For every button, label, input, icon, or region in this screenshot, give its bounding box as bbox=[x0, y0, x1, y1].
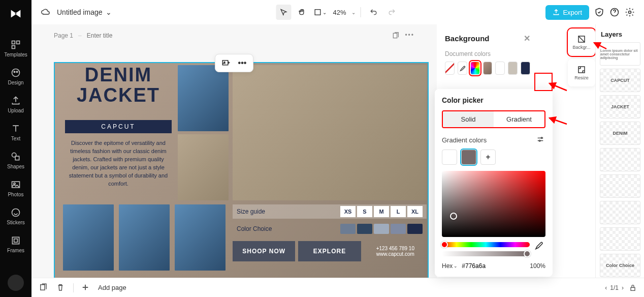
layer-item[interactable] bbox=[600, 174, 640, 198]
undo-button[interactable] bbox=[366, 5, 381, 20]
page-title-input[interactable] bbox=[87, 32, 163, 39]
color-swatch bbox=[391, 224, 406, 234]
svg-point-10 bbox=[12, 209, 20, 217]
hero-description: Discover the epitome of versatility and … bbox=[65, 139, 172, 188]
gradient-stop-1[interactable] bbox=[442, 150, 457, 165]
sidebar-label: Frames bbox=[7, 248, 24, 253]
cloud-icon[interactable] bbox=[41, 7, 51, 17]
color-row: Color Choice bbox=[233, 222, 427, 236]
layer-item[interactable] bbox=[600, 148, 640, 171]
layer-item[interactable]: JACKET bbox=[600, 95, 640, 118]
color-swatch-navy[interactable] bbox=[521, 62, 530, 75]
add-gradient-stop[interactable]: + bbox=[480, 150, 496, 165]
select-tool[interactable] bbox=[276, 5, 291, 20]
lock-icon[interactable] bbox=[629, 284, 637, 292]
pages-icon[interactable] bbox=[39, 283, 49, 293]
layer-item[interactable]: Lorem ipsum dolor sit amet consectetur a… bbox=[600, 42, 640, 66]
export-button[interactable]: Export bbox=[545, 5, 589, 20]
color-swatch-beige[interactable] bbox=[508, 62, 518, 75]
floating-toolbar: ••• bbox=[215, 54, 253, 72]
zoom-level[interactable]: 42% bbox=[331, 9, 348, 16]
tab-gradient[interactable]: Gradient bbox=[494, 111, 544, 127]
sliders-icon[interactable] bbox=[536, 135, 545, 144]
svg-point-15 bbox=[629, 11, 631, 14]
hue-thumb[interactable] bbox=[441, 241, 448, 248]
background-panel: Background ✕ Document colors bbox=[437, 26, 538, 81]
canvas-page[interactable]: DENIM JACKET CAPCUT Discover the epitome… bbox=[54, 62, 429, 278]
frame-tool[interactable]: ⌄ bbox=[312, 5, 328, 20]
panel-title: Background bbox=[445, 34, 490, 43]
duplicate-page-icon[interactable] bbox=[392, 32, 400, 40]
user-avatar[interactable] bbox=[8, 275, 24, 291]
hand-tool[interactable] bbox=[294, 5, 309, 20]
photo-main bbox=[233, 65, 427, 200]
right-tool-strip-2: Resize bbox=[568, 59, 595, 86]
opacity-value[interactable]: 100% bbox=[530, 262, 545, 270]
brand-badge: CAPCUT bbox=[65, 120, 172, 133]
more-icon[interactable]: ••• bbox=[405, 32, 414, 40]
shield-icon[interactable] bbox=[594, 7, 604, 17]
eyedropper-swatch[interactable] bbox=[458, 62, 467, 75]
layer-item[interactable] bbox=[600, 201, 640, 224]
layer-item[interactable] bbox=[600, 227, 640, 251]
contact-info: +123 456 789 10 www.capcut.com bbox=[364, 241, 427, 261]
gradient-colors-row: Gradient colors bbox=[442, 135, 545, 144]
sidebar-item-templates[interactable]: Templates bbox=[0, 35, 31, 63]
color-picker-swatch[interactable] bbox=[470, 62, 480, 75]
gradient-stop-2[interactable] bbox=[461, 150, 476, 165]
hue-slider[interactable] bbox=[442, 242, 530, 247]
hex-input[interactable] bbox=[462, 262, 497, 270]
document-title[interactable]: Untitled image⌄ bbox=[57, 8, 112, 16]
sidebar-label: Shapes bbox=[7, 164, 24, 169]
tab-solid[interactable]: Solid bbox=[443, 111, 494, 127]
sidebar-item-upload[interactable]: Upload bbox=[0, 91, 31, 118]
size-row: Size guide XS S M L XL bbox=[233, 204, 427, 219]
canvas-area: Page 1 – ••• ••• DENIM JACKET CAPCUT Dis… bbox=[31, 24, 437, 278]
no-color-swatch[interactable] bbox=[445, 62, 455, 75]
prev-page-icon[interactable]: ‹ bbox=[605, 284, 607, 291]
layer-item[interactable]: CAPCUT bbox=[600, 69, 640, 92]
eyedropper-icon[interactable] bbox=[533, 240, 545, 252]
image-add-icon[interactable] bbox=[220, 57, 232, 69]
color-swatch-white[interactable] bbox=[495, 62, 505, 75]
layer-item[interactable]: DENIM bbox=[600, 122, 640, 145]
settings-icon[interactable] bbox=[625, 7, 635, 17]
color-mode-select[interactable]: Hex⌄ bbox=[442, 262, 458, 270]
resize-tool[interactable]: Resize bbox=[570, 62, 593, 83]
sidebar-item-frames[interactable]: Frames bbox=[0, 230, 31, 258]
layers-panel: Layers Lorem ipsum dolor sit amet consec… bbox=[595, 24, 644, 278]
sidebar-item-design[interactable]: Design bbox=[0, 63, 31, 91]
size-option: XS bbox=[340, 206, 356, 217]
gradient-stops: + bbox=[442, 150, 545, 165]
help-icon[interactable] bbox=[609, 7, 620, 17]
background-tool[interactable]: Backgr... bbox=[570, 32, 593, 53]
layer-item[interactable]: Color Choice bbox=[600, 254, 640, 277]
delete-icon[interactable] bbox=[56, 283, 66, 293]
color-field-cursor[interactable] bbox=[450, 213, 457, 220]
size-option: XL bbox=[407, 206, 423, 217]
add-page-button[interactable]: Add page bbox=[98, 284, 126, 291]
svg-rect-7 bbox=[15, 156, 19, 160]
sidebar-item-stickers[interactable]: Stickers bbox=[0, 202, 31, 230]
svg-rect-16 bbox=[394, 33, 397, 38]
sidebar-item-text[interactable]: Text bbox=[0, 118, 31, 146]
redo-button[interactable] bbox=[384, 5, 400, 20]
sidebar-item-photos[interactable]: Photos bbox=[0, 174, 31, 202]
close-icon[interactable]: ✕ bbox=[524, 34, 530, 43]
svg-point-4 bbox=[14, 71, 15, 73]
next-page-icon[interactable]: › bbox=[622, 284, 624, 291]
app-logo[interactable] bbox=[6, 4, 25, 23]
svg-point-21 bbox=[541, 137, 542, 139]
color-field[interactable] bbox=[442, 171, 545, 237]
chevron-down-icon[interactable]: ⌄ bbox=[351, 10, 356, 15]
gradient-thumb[interactable] bbox=[524, 250, 531, 257]
gradient-preview-swatch[interactable] bbox=[483, 62, 493, 75]
cta-row: SHOOP NOW EXPLORE +123 456 789 10 www.ca… bbox=[233, 241, 427, 261]
topbar: Untitled image⌄ ⌄ 42% ⌄ Export bbox=[31, 0, 644, 24]
sidebar-item-shapes[interactable]: Shapes bbox=[0, 146, 31, 174]
page-navigator: ‹ 1/1 › bbox=[605, 284, 624, 291]
gradient-preview-slider[interactable] bbox=[442, 251, 530, 256]
more-icon[interactable]: ••• bbox=[237, 57, 248, 69]
page-counter: 1/1 bbox=[610, 284, 619, 291]
add-icon[interactable] bbox=[81, 283, 91, 293]
